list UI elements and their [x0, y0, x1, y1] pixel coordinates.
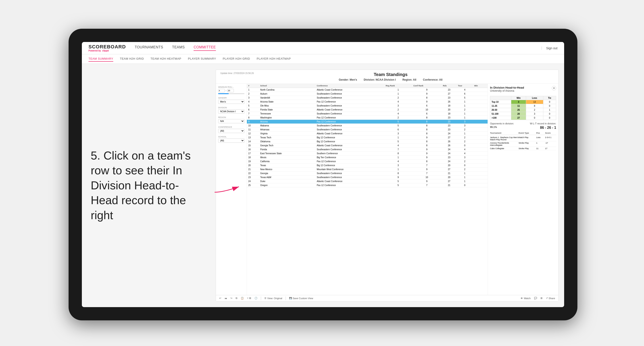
table-row[interactable]: 6 Florida State Atlantic Coast Conferenc… — [247, 108, 488, 112]
share-button[interactable]: ↗ Share — [546, 297, 555, 300]
table-row[interactable]: 18 Illinois Big Ten Conference 1 9 23 3 — [247, 155, 488, 159]
copy-button[interactable]: ⧉ — [236, 297, 238, 300]
step-back-button[interactable]: ⏮ — [224, 297, 227, 300]
col-school: School — [259, 84, 316, 88]
region-filter-label: Region — [218, 116, 244, 118]
tournament-row-1[interactable]: Jackson 1. Stephens Cup Men's Match-Play… — [490, 136, 556, 141]
subnav-team-h2h-heatmap[interactable]: TEAM H2H HEATMAP — [150, 56, 181, 62]
table-row[interactable]: 9 Arizona Pac-12 Conference 5 8 23 3 — [247, 120, 488, 124]
slider-fill — [218, 93, 229, 94]
col-reg-rank: Reg Rank — [384, 84, 412, 88]
clock-button[interactable]: 🕐 — [254, 297, 258, 300]
h2h-close-button[interactable]: ✕ — [552, 86, 556, 90]
subnav-player-summary[interactable]: PLAYER SUMMARY — [188, 56, 216, 62]
toolbar-sep-2 — [286, 297, 286, 300]
logo-sub: Powered by clippd — [88, 49, 126, 52]
col-conference: Conference — [316, 84, 384, 88]
subnav-team-summary[interactable]: TEAM SUMMARY — [88, 56, 113, 62]
filter-gender: Gender Men's Women's — [218, 97, 244, 104]
table-row[interactable]: 8 Washington Pac-12 Conference 2 8 23 1 — [247, 116, 488, 120]
h2h-header: In Division Head-to-Head University of A… — [490, 86, 556, 94]
table-row[interactable]: 16 Florida Southeastern Conference 7 9 2… — [247, 147, 488, 151]
filter-division: Division NCAA Division I — [218, 107, 244, 114]
table-row[interactable]: 14 Oklahoma Big 12 Conference 5 8 26 2 — [247, 139, 488, 143]
redo-button[interactable]: ↪ — [230, 297, 232, 300]
min-rounds-input[interactable] — [218, 89, 225, 92]
table-row[interactable]: 19 California Pac-12 Conference 4 8 24 2 — [247, 159, 488, 163]
filter-range-row: - — [218, 89, 244, 92]
options-button[interactable]: ▿ ⊞ — [247, 297, 251, 300]
gender-select[interactable]: Men's Women's — [218, 100, 244, 104]
table-row[interactable]: 10 Alabama Southeastern Conference 5 8 2… — [247, 124, 488, 128]
h2h-table-row: 11-25 11 8 0 — [490, 104, 556, 108]
comment-button[interactable]: 💬 — [534, 297, 537, 300]
nav-committee[interactable]: COMMITTEE — [194, 45, 216, 51]
filter-region: Region N/A — [218, 116, 244, 123]
subnav-player-h2h-heatmap[interactable]: PLAYER H2H HEATMAP — [257, 56, 291, 62]
panel-title: Team Standings — [254, 72, 528, 77]
h2h-panel: In Division Head-to-Head University of A… — [488, 84, 558, 295]
table-row[interactable]: 5 Ole Miss Southeastern Conference 3 6 1… — [247, 104, 488, 108]
table-row[interactable]: 3 Vanderbilt Southeastern Conference 2 8… — [247, 96, 488, 100]
conference-filter-label: Conference — [218, 126, 244, 128]
table-row[interactable]: 17 East Tennessee State Southern Confere… — [247, 151, 488, 155]
panel-body: Minimum Rou... - — [216, 84, 558, 295]
nav-teams[interactable]: TEAMS — [172, 45, 185, 51]
grid-button[interactable]: ⊞ — [540, 297, 542, 300]
nav-tournaments[interactable]: TOURNAMENTS — [135, 45, 163, 51]
division-filter-label: Division — [218, 107, 244, 109]
table-row[interactable]: 13 Texas Tech Big 12 Conference 1 9 27 2 — [247, 136, 488, 139]
max-rounds-input[interactable] — [227, 89, 234, 92]
table-row[interactable]: 21 New Mexico Mountain West Conference 1… — [247, 167, 488, 171]
table-row[interactable]: 23 Texas A&M Southeastern Conference 9 1… — [247, 175, 488, 179]
save-custom-view-button[interactable]: 💾 Save Custom View — [289, 297, 313, 300]
gender-filter-label: Gender — [218, 97, 244, 99]
division-select[interactable]: NCAA Division I — [218, 109, 244, 114]
table-row[interactable]: 2 Auburn Southeastern Conference 1 9 27 … — [247, 92, 488, 96]
sign-out-link[interactable]: Sign out — [542, 46, 558, 50]
top-nav: SCOREBOARD Powered by clippd TOURNAMENTS… — [82, 42, 564, 54]
table-row[interactable]: 12 Virginia Atlantic Coast Conference 3 … — [247, 132, 488, 136]
bottom-toolbar: ↩ ⏮ ↪ ⧉ 📋 ▿ ⊞ 🕐 ☰ View: Original — [216, 295, 558, 301]
table-row[interactable]: 7 Tennessee Southeastern Conference 4 6 … — [247, 112, 488, 116]
table-row[interactable]: 20 Texas Big 12 Conference 3 7 20 0 — [247, 163, 488, 167]
wlt-value: 86 - 26 - 1 — [540, 126, 556, 130]
table-row[interactable]: 1 North Carolina Atlantic Coast Conferen… — [247, 88, 488, 92]
tournament-row-3[interactable]: Cabo Collegiate Stroke Play 11 17 — [490, 147, 556, 150]
h2h-stats: Opponents in division: W-L-T record in d… — [490, 122, 556, 130]
sub-nav: TEAM SUMMARY TEAM H2H GRID TEAM H2H HEAT… — [82, 54, 564, 64]
paste-button[interactable]: 📋 — [241, 297, 244, 300]
logo-title: SCOREBOARD — [88, 44, 126, 49]
table-row[interactable]: 4 Arizona State Pac-12 Conference 4 9 26… — [247, 100, 488, 104]
update-time: Update time: 27/03/2024 15:56:26 — [220, 72, 254, 74]
col-win: Win — [473, 84, 488, 88]
conference-select[interactable]: (All) — [218, 129, 244, 133]
filter-school: School (All) — [218, 136, 244, 143]
tournament-row-2[interactable]: Arizona Thunderbirds Intercollegiate Str… — [490, 141, 556, 147]
table-area: # School Conference Reg Rank Conf Rank R… — [247, 84, 488, 295]
col-tour: Tour — [456, 84, 473, 88]
subnav-player-h2h-grid[interactable]: PLAYER H2H GRID — [223, 56, 250, 62]
rounds-slider[interactable] — [218, 93, 244, 94]
table-row[interactable]: 24 Duke Atlantic Coast Conference 5 9 27… — [247, 179, 488, 183]
sidebar-filters: Minimum Rou... - — [216, 84, 247, 295]
opponents-value: 99.1% — [490, 126, 497, 130]
h2h-table: Win Loss Tie Top 10 3 13 0 11-25 11 8 — [490, 96, 556, 120]
table-row[interactable]: 25 Oregon Pac-12 Conference 5 7 21 0 — [247, 183, 488, 187]
tournament-list-header: Tournament Event Type Pos Score — [490, 132, 556, 135]
watch-button[interactable]: 👁 Watch — [520, 297, 531, 300]
school-select[interactable]: (All) — [218, 139, 244, 143]
opponents-row: Opponents in division: W-L-T record in d… — [490, 122, 556, 125]
subnav-team-h2h-grid[interactable]: TEAM H2H GRID — [120, 56, 144, 62]
annotation-area: 5. Click on a team's row to see their In… — [82, 64, 210, 307]
filter-min-rounds: Minimum Rou... - — [218, 86, 244, 94]
region-select[interactable]: N/A — [218, 119, 244, 123]
main-content: 5. Click on a team's row to see their In… — [82, 64, 564, 307]
view-original-button[interactable]: ☰ View: Original — [264, 297, 282, 300]
undo-button[interactable]: ↩ — [219, 297, 221, 300]
table-header-row: # School Conference Reg Rank Conf Rank R… — [247, 84, 488, 88]
table-row[interactable]: 22 Georgia Southeastern Conference 8 7 2… — [247, 171, 488, 175]
table-row[interactable]: 15 Georgia Tech Atlantic Coast Conferenc… — [247, 143, 488, 147]
table-row[interactable]: 11 Arkansas Southeastern Conference 6 8 … — [247, 128, 488, 132]
scoreboard-panel: Update time: 27/03/2024 15:56:26 Team St… — [216, 70, 558, 302]
